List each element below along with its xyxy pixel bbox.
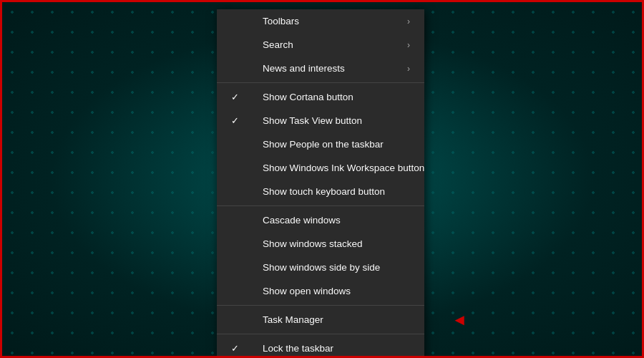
menu-label-toolbars: Toolbars bbox=[263, 16, 401, 26]
menu-label-show-touch: Show touch keyboard button bbox=[263, 186, 410, 197]
menu-label-show-people: Show People on the taskbar bbox=[263, 139, 410, 150]
menu-divider-after-news-and-interests bbox=[217, 82, 424, 83]
menu-item-stacked[interactable]: Show windows stacked bbox=[217, 232, 424, 256]
menu-check-lock-taskbar: ✓ bbox=[231, 343, 244, 354]
menu-item-show-task-view[interactable]: ✓Show Task View button bbox=[217, 109, 424, 132]
menu-item-show-people[interactable]: Show People on the taskbar bbox=[217, 132, 424, 156]
submenu-arrow-toolbars: › bbox=[407, 16, 410, 26]
menu-divider-after-open-windows bbox=[217, 305, 424, 306]
menu-label-cascade: Cascade windows bbox=[263, 215, 410, 226]
menu-label-show-ink: Show Windows Ink Workspace button bbox=[263, 163, 424, 173]
menu-divider-after-task-manager bbox=[217, 334, 424, 334]
menu-item-side-by-side[interactable]: Show windows side by side bbox=[217, 256, 424, 279]
menu-label-open-windows: Show open windows bbox=[263, 286, 410, 296]
submenu-arrow-search: › bbox=[407, 40, 410, 50]
context-menu: Toolbars›Search›News and interests›✓Show… bbox=[217, 9, 424, 358]
menu-label-show-task-view: Show Task View button bbox=[263, 115, 410, 126]
menu-item-toolbars[interactable]: Toolbars› bbox=[217, 9, 424, 33]
menu-item-open-windows[interactable]: Show open windows bbox=[217, 279, 424, 303]
submenu-arrow-news-and-interests: › bbox=[407, 64, 410, 74]
menu-label-show-cortana: Show Cortana button bbox=[263, 92, 410, 102]
menu-label-side-by-side: Show windows side by side bbox=[263, 262, 410, 273]
menu-item-show-ink[interactable]: Show Windows Ink Workspace button bbox=[217, 156, 424, 180]
menu-item-search[interactable]: Search› bbox=[217, 33, 424, 57]
menu-label-stacked: Show windows stacked bbox=[263, 238, 410, 249]
menu-divider-after-show-touch bbox=[217, 205, 424, 206]
menu-item-lock-taskbar[interactable]: ✓Lock the taskbar bbox=[217, 337, 424, 358]
menu-label-search: Search bbox=[263, 39, 401, 50]
menu-item-task-manager[interactable]: Task Manager◄ bbox=[217, 308, 424, 332]
menu-check-show-task-view: ✓ bbox=[231, 115, 244, 126]
menu-item-news-and-interests[interactable]: News and interests› bbox=[217, 57, 424, 80]
menu-label-lock-taskbar: Lock the taskbar bbox=[263, 343, 410, 354]
menu-item-cascade[interactable]: Cascade windows bbox=[217, 208, 424, 232]
menu-item-show-cortana[interactable]: ✓Show Cortana button bbox=[217, 85, 424, 109]
menu-check-show-cortana: ✓ bbox=[231, 92, 244, 102]
menu-label-news-and-interests: News and interests bbox=[263, 63, 401, 74]
menu-item-show-touch[interactable]: Show touch keyboard button bbox=[217, 180, 424, 203]
menu-label-task-manager: Task Manager bbox=[263, 314, 410, 325]
